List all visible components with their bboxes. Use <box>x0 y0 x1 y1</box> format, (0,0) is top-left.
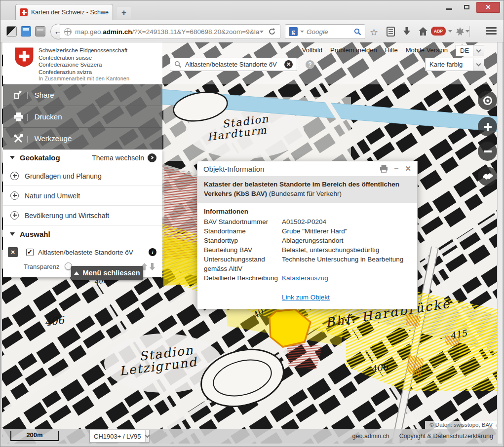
popup-layer-subtitle: Kataster der belasteten Standorte im Ber… <box>197 176 417 203</box>
geocatalog-header[interactable]: Geokatalog Thema wechseln <box>3 149 162 166</box>
tools-icon <box>12 134 25 143</box>
popup-body: Informationen BAV StandortnummerA01502-P… <box>197 203 417 309</box>
reload-icon[interactable] <box>268 28 276 36</box>
layer-label: Altlasten/belastete Standorte öV <box>38 249 149 256</box>
link-hilfe[interactable]: Hilfe <box>385 46 398 54</box>
collapse-caret-icon <box>10 232 15 236</box>
basemap-select[interactable]: Karte farbig <box>425 58 484 71</box>
change-theme-arrow-icon <box>148 153 156 162</box>
share-icon <box>12 91 25 99</box>
home-icon[interactable] <box>418 27 428 36</box>
projection-select[interactable]: CH1903+ / LV95 <box>89 430 150 443</box>
projection-select-caret[interactable] <box>145 430 149 442</box>
link-geoadmin[interactable]: geo.admin.ch <box>352 433 389 440</box>
caret-up-icon <box>74 271 79 275</box>
category-natur[interactable]: Natur und Umwelt <box>3 186 162 206</box>
search-help-button[interactable]: ? <box>306 60 314 69</box>
confederation-logo-text: Schweizerische Eidgenossenschaft Confédé… <box>39 47 127 75</box>
window-close-button[interactable]: ✕ <box>476 2 500 13</box>
popup-print-icon[interactable] <box>380 165 388 173</box>
bookmarks-clipboard-icon[interactable] <box>387 27 395 37</box>
window-minimize-button[interactable] <box>442 2 457 13</box>
print-icon <box>12 112 25 121</box>
layer-remove-button[interactable]: ✕ <box>8 247 18 257</box>
change-theme-link[interactable]: Thema wechseln <box>92 153 156 162</box>
bookmark-star-icon[interactable]: ☆ <box>370 27 378 38</box>
switzerland-outline-icon <box>482 172 494 181</box>
search-value: Altlasten/belastete Standorte öV <box>185 61 281 68</box>
sidebar-item-werkzeuge[interactable]: | Werkzeuge <box>3 128 162 149</box>
layer-info-icon[interactable]: i <box>149 248 156 256</box>
zoom-to-switzerland-button[interactable] <box>478 167 497 186</box>
downloads-icon[interactable] <box>402 27 411 36</box>
close-menu-button[interactable]: Menü schliessen <box>71 266 143 280</box>
menu-hamburger-icon[interactable] <box>486 27 497 36</box>
layer-move-down-icon[interactable] <box>149 263 155 270</box>
search-clear-button[interactable]: ✕ <box>284 60 293 69</box>
extension-icon-3[interactable] <box>35 26 45 37</box>
link-problem-melden[interactable]: Problem melden <box>330 46 377 54</box>
tab-favicon-swiss-cross <box>20 8 28 16</box>
geolocate-button[interactable] <box>478 91 497 110</box>
info-row: Detaillierte BeschreibungKatasterauszug <box>204 273 411 283</box>
adblock-dropdown-icon[interactable] <box>448 30 452 33</box>
geoadmin-header: Schweizerische Eidgenossenschaft Confédé… <box>3 42 162 84</box>
site-globe-icon <box>64 28 72 36</box>
link-vollbild[interactable]: Vollbild <box>302 46 322 54</box>
extension-icon-2[interactable] <box>21 26 31 37</box>
language-select-caret[interactable] <box>473 45 484 56</box>
title-bar: Karten der Schweiz - Schweize... + ✕ <box>0 0 504 20</box>
google-search-field[interactable]: g Google <box>285 24 365 39</box>
map-search-input[interactable]: Altlasten/belastete Standorte öV ✕ <box>170 58 297 71</box>
info-row: BAV StandortnummerA01502-P0204 <box>204 217 411 226</box>
minus-icon <box>483 147 493 156</box>
tab-title: Karten der Schweiz - Schweize... <box>31 9 109 16</box>
popup-close-icon[interactable]: ✕ <box>405 164 411 173</box>
language-select[interactable]: DE <box>456 45 484 56</box>
info-row: Beurteilung BAVBelastet, untersuchungsbe… <box>204 245 411 255</box>
expand-plus-icon <box>10 211 19 220</box>
window-maximize-button[interactable] <box>459 2 474 13</box>
zoom-in-button[interactable] <box>478 117 497 136</box>
popup-minimize-icon[interactable]: – <box>394 166 399 171</box>
expand-plus-icon <box>10 172 19 180</box>
browser-window: Karten der Schweiz - Schweize... + ✕ ← m… <box>0 0 504 447</box>
info-row: StandortnameGrube "Mittlerer Hard" <box>204 226 411 236</box>
link-copyright[interactable]: Copyright & Datenschutzerklärung <box>399 433 493 440</box>
link-zum-objekt[interactable]: Link zum Objekt <box>282 294 330 301</box>
scrollbar[interactable] <box>497 42 502 444</box>
new-tab-button[interactable]: + <box>117 7 131 19</box>
search-engine-dropdown-icon[interactable] <box>300 31 304 33</box>
katasterauszug-link[interactable]: Katasterauszug <box>282 274 328 282</box>
extension-icon-1[interactable] <box>6 26 17 37</box>
expand-plus-icon <box>10 191 19 200</box>
addon-icon[interactable] <box>456 27 465 36</box>
url-dropdown-icon[interactable] <box>260 31 264 33</box>
map-attribution: © Daten: swisstopo, BAV <box>425 421 497 429</box>
info-row: Untersuchungsstand gemäss AltlVTechnisch… <box>204 255 411 273</box>
bottom-bar: 200m CH1903+ / LV95 geo.admin.ch Copyrig… <box>2 429 497 444</box>
link-mobile-version[interactable]: Mobile Version <box>406 46 448 54</box>
category-bevoelkerung[interactable]: Bevölkerung und Wirtschaft <box>3 206 162 225</box>
sidebar-item-drucken[interactable]: | Drucken <box>3 106 162 128</box>
informationen-heading: Informationen <box>204 208 411 215</box>
search-magnifier-icon[interactable] <box>354 28 361 36</box>
url-bar[interactable]: map.geo.admin.ch/?X=249138.11&Y=680698.2… <box>60 24 280 39</box>
info-row: StandorttypAblagerungsstandort <box>204 236 411 245</box>
zoom-out-button[interactable] <box>478 142 497 161</box>
popup-title: Objekt-Information <box>203 165 264 173</box>
basemap-select-caret[interactable] <box>473 58 484 71</box>
adblock-plus-icon[interactable]: ABP <box>431 27 446 36</box>
url-text: map.geo.admin.ch/?X=249138.11&Y=680698.2… <box>75 28 260 36</box>
popup-title-bar[interactable]: Objekt-Information – ✕ <box>197 161 417 176</box>
sidebar-item-share[interactable]: | Share <box>3 84 162 106</box>
page-viewport: Stadion Hardturm Bhf. Hardbrücke Stadion… <box>2 42 502 444</box>
layer-checkbox[interactable]: ✓ <box>26 249 34 256</box>
header-toolbar: Vollbild Problem melden Hilfe Mobile Ver… <box>162 42 497 84</box>
browser-tab[interactable]: Karten der Schweiz - Schweize... <box>15 4 113 20</box>
collapse-caret-icon <box>10 156 15 159</box>
google-logo-icon: g <box>289 27 298 36</box>
selection-header[interactable]: Auswahl <box>3 225 162 243</box>
addon-dropdown-icon[interactable] <box>465 30 469 33</box>
category-grundlagen[interactable]: Grundlagen und Planung <box>3 166 162 186</box>
